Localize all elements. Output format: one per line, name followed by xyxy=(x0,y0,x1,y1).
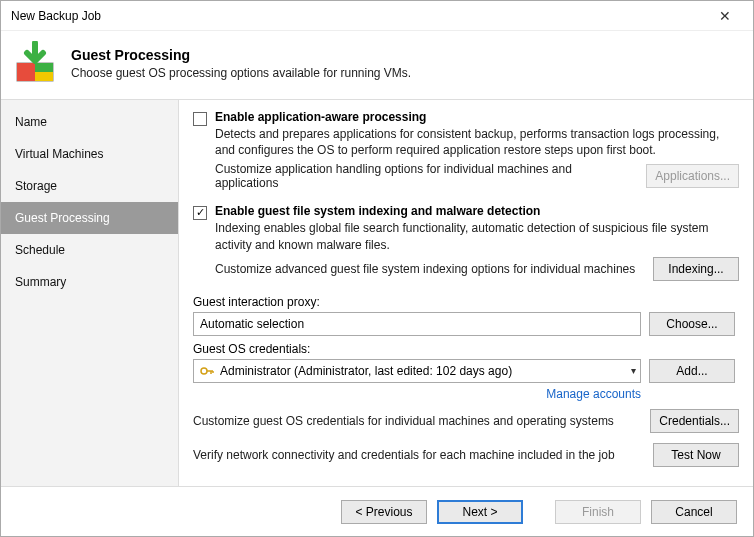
sidebar-item-schedule[interactable]: Schedule xyxy=(1,234,178,266)
section-indexing: Enable guest file system indexing and ma… xyxy=(193,204,739,286)
wizard-button-bar: < Previous Next > Finish Cancel xyxy=(1,486,753,536)
page-header: Guest Processing Choose guest OS process… xyxy=(1,31,753,99)
svg-rect-1 xyxy=(17,63,35,81)
sidebar-item-name[interactable]: Name xyxy=(1,106,178,138)
manage-accounts-link[interactable]: Manage accounts xyxy=(193,387,641,401)
app-aware-customize-label: Customize application handling options f… xyxy=(215,162,638,190)
sidebar-item-guest-processing[interactable]: Guest Processing xyxy=(1,202,178,234)
close-icon: ✕ xyxy=(719,8,731,24)
wizard-sidebar: Name Virtual Machines Storage Guest Proc… xyxy=(1,100,179,486)
proxy-value: Automatic selection xyxy=(200,317,304,331)
section-app-aware: Enable application-aware processing Dete… xyxy=(193,110,739,196)
proxy-input[interactable]: Automatic selection xyxy=(193,312,641,336)
applications-button: Applications... xyxy=(646,164,739,188)
dialog-body: Name Virtual Machines Storage Guest Proc… xyxy=(1,99,753,486)
indexing-customize-label: Customize advanced guest file system ind… xyxy=(215,262,645,276)
key-icon xyxy=(200,364,214,378)
creds-select[interactable]: Administrator (Administrator, last edite… xyxy=(193,359,641,383)
svg-rect-2 xyxy=(35,63,53,72)
indexing-button[interactable]: Indexing... xyxy=(653,257,739,281)
close-button[interactable]: ✕ xyxy=(705,2,745,30)
checkbox-indexing[interactable] xyxy=(193,206,207,220)
credentials-button[interactable]: Credentials... xyxy=(650,409,739,433)
creds-customize-label: Customize guest OS credentials for indiv… xyxy=(193,414,642,428)
checkbox-app-aware[interactable] xyxy=(193,112,207,126)
section-body-app-aware: Enable application-aware processing Dete… xyxy=(215,110,739,196)
cancel-button[interactable]: Cancel xyxy=(651,500,737,524)
sidebar-item-storage[interactable]: Storage xyxy=(1,170,178,202)
dialog-window: New Backup Job ✕ Guest Processing Choose… xyxy=(0,0,754,537)
previous-button[interactable]: < Previous xyxy=(341,500,427,524)
page-subtitle: Choose guest OS processing options avail… xyxy=(71,66,411,80)
add-creds-button[interactable]: Add... xyxy=(649,359,735,383)
window-title: New Backup Job xyxy=(11,9,705,23)
chevron-down-icon: ▾ xyxy=(631,365,636,376)
sidebar-item-virtual-machines[interactable]: Virtual Machines xyxy=(1,138,178,170)
indexing-title: Enable guest file system indexing and ma… xyxy=(215,204,739,218)
app-aware-title: Enable application-aware processing xyxy=(215,110,739,124)
svg-rect-3 xyxy=(35,72,53,81)
indexing-desc: Indexing enables global file search func… xyxy=(215,220,739,252)
verify-label: Verify network connectivity and credenti… xyxy=(193,448,645,462)
header-text: Guest Processing Choose guest OS process… xyxy=(71,47,411,80)
page-title: Guest Processing xyxy=(71,47,411,63)
sidebar-item-summary[interactable]: Summary xyxy=(1,266,178,298)
creds-label: Guest OS credentials: xyxy=(193,342,739,356)
choose-proxy-button[interactable]: Choose... xyxy=(649,312,735,336)
titlebar: New Backup Job ✕ xyxy=(1,1,753,31)
section-body-indexing: Enable guest file system indexing and ma… xyxy=(215,204,739,286)
guest-processing-icon xyxy=(13,41,57,85)
next-button[interactable]: Next > xyxy=(437,500,523,524)
finish-button: Finish xyxy=(555,500,641,524)
app-aware-desc: Detects and prepares applications for co… xyxy=(215,126,739,158)
test-now-button[interactable]: Test Now xyxy=(653,443,739,467)
creds-value: Administrator (Administrator, last edite… xyxy=(220,364,625,378)
proxy-label: Guest interaction proxy: xyxy=(193,295,739,309)
content-pane: Enable application-aware processing Dete… xyxy=(179,100,753,486)
svg-point-4 xyxy=(201,368,207,374)
